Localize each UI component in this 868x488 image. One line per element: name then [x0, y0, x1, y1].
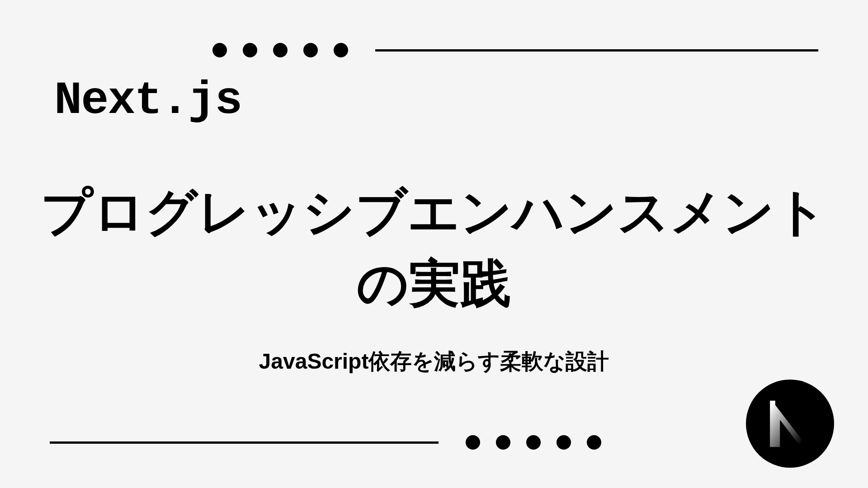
dot-icon: [526, 435, 541, 450]
dot-icon: [212, 43, 227, 57]
decoration-line: [375, 49, 818, 52]
dot-icon: [557, 435, 571, 450]
dot-icon: [466, 435, 480, 450]
dot-icon: [243, 43, 257, 57]
dot-icon: [273, 43, 288, 57]
slide-title: プログレッシブエンハンスメントの実践: [0, 176, 868, 319]
nextjs-logo-icon: [746, 380, 834, 468]
framework-label: Next.js: [54, 75, 241, 127]
dot-icon: [587, 435, 601, 450]
decoration-line: [50, 441, 439, 444]
bottom-decoration: [0, 435, 868, 450]
dot-icon: [303, 43, 318, 57]
dot-icon: [496, 435, 510, 450]
decoration-dots: [212, 43, 348, 57]
top-decoration: [0, 43, 868, 57]
slide-subtitle: JavaScript依存を減らす柔軟な設計: [0, 347, 868, 376]
decoration-dots: [466, 435, 601, 450]
dot-icon: [334, 43, 348, 57]
